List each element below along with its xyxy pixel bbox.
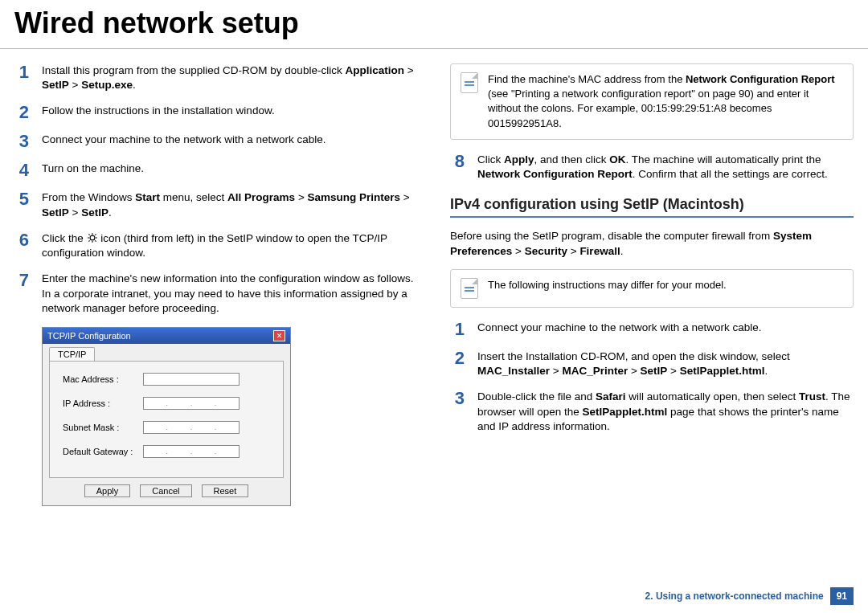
apply-button[interactable]: Apply xyxy=(84,484,131,497)
section-heading: IPv4 configuration using SetIP (Macintos… xyxy=(450,196,854,213)
step-number: 8 xyxy=(450,153,465,182)
section-underline xyxy=(450,216,854,218)
step-number: 2 xyxy=(450,349,465,378)
right-column: Find the machine's MAC address from the … xyxy=(450,63,854,506)
reset-button[interactable]: Reset xyxy=(202,484,249,497)
step-number: 5 xyxy=(14,190,29,219)
step-number: 7 xyxy=(14,272,29,316)
note-icon xyxy=(461,278,478,299)
step-text: Connect your machine to the network with… xyxy=(42,133,418,150)
step-text: From the Windows Start menu, select All … xyxy=(42,190,418,219)
step-number: 1 xyxy=(14,63,29,92)
page-title: Wired network setup xyxy=(0,0,868,49)
step-text: Connect your machine to the network with… xyxy=(477,321,854,338)
note-text: Find the machine's MAC address from the … xyxy=(488,72,843,131)
label-default-gateway: Default Gateway : xyxy=(63,447,143,456)
step-3: 3Connect your machine to the network wit… xyxy=(14,133,418,150)
svg-point-0 xyxy=(90,235,95,240)
page-footer: 2. Using a network-connected machine 91 xyxy=(645,587,854,605)
label-subnet-mask: Subnet Mask : xyxy=(63,423,143,432)
cancel-button[interactable]: Cancel xyxy=(140,484,191,497)
tcpip-config-window: TCP/IP Configuration × TCP/IP Mac Addres… xyxy=(42,327,291,506)
tab-tcpip[interactable]: TCP/IP xyxy=(49,347,95,361)
step-number: 2 xyxy=(14,104,29,121)
step-text: Enter the machine's new information into… xyxy=(42,272,418,316)
ip-address-field[interactable]: ... xyxy=(143,397,240,410)
page-number: 91 xyxy=(830,587,854,605)
step-7: 7Enter the machine's new information int… xyxy=(14,272,418,316)
step-number: 3 xyxy=(450,390,465,434)
step-text: Follow the instructions in the installat… xyxy=(42,104,418,121)
gear-icon xyxy=(87,232,98,243)
step-text: Turn on the machine. xyxy=(42,161,418,179)
footer-chapter: 2. Using a network-connected machine xyxy=(645,591,824,602)
step-text: Click the icon (third from left) in the … xyxy=(42,231,418,260)
step-number: 3 xyxy=(14,133,29,150)
step-text: Insert the Installation CD-ROM, and open… xyxy=(477,349,854,378)
step-2: 2Insert the Installation CD-ROM, and ope… xyxy=(450,349,854,378)
step-5: 5From the Windows Start menu, select All… xyxy=(14,190,418,219)
svg-line-8 xyxy=(95,234,96,235)
note-model: The following instructions may differ fo… xyxy=(450,269,854,308)
dialog-title: TCP/IP Configuration xyxy=(47,331,131,341)
step-3: 3Double-click the file and Safari will a… xyxy=(450,390,854,434)
label-mac-address: Mac Address : xyxy=(63,374,143,384)
step-1: 1Install this program from the supplied … xyxy=(14,63,418,92)
note-icon xyxy=(461,72,478,93)
svg-line-6 xyxy=(95,240,96,241)
paragraph-firewall: Before using the SetIP program, disable … xyxy=(450,229,854,260)
step-number: 4 xyxy=(14,161,29,179)
step-1: 1Connect your machine to the network wit… xyxy=(450,321,854,338)
note-mac-address: Find the machine's MAC address from the … xyxy=(450,63,854,140)
step-number: 1 xyxy=(450,321,465,338)
note-text: The following instructions may differ fo… xyxy=(488,278,727,299)
step-text: Click Apply, and then click OK. The mach… xyxy=(477,153,854,182)
step-6: 6Click the icon (third from left) in the… xyxy=(14,231,418,260)
step-number: 6 xyxy=(14,231,29,260)
svg-line-7 xyxy=(88,240,89,241)
step-text: Double-click the file and Safari will au… xyxy=(477,390,854,434)
label-ip-address: IP Address : xyxy=(63,398,143,408)
svg-line-5 xyxy=(88,234,89,235)
step-8: 8 Click Apply, and then click OK. The ma… xyxy=(450,153,854,182)
close-icon[interactable]: × xyxy=(273,330,285,341)
default-gateway-field[interactable]: ... xyxy=(143,445,240,458)
left-column: 1Install this program from the supplied … xyxy=(14,63,418,506)
step-2: 2Follow the instructions in the installa… xyxy=(14,104,418,121)
subnet-mask-field[interactable]: ... xyxy=(143,421,240,434)
mac-address-field[interactable] xyxy=(143,373,240,386)
step-4: 4Turn on the machine. xyxy=(14,161,418,179)
step-text: Install this program from the supplied C… xyxy=(42,63,418,92)
